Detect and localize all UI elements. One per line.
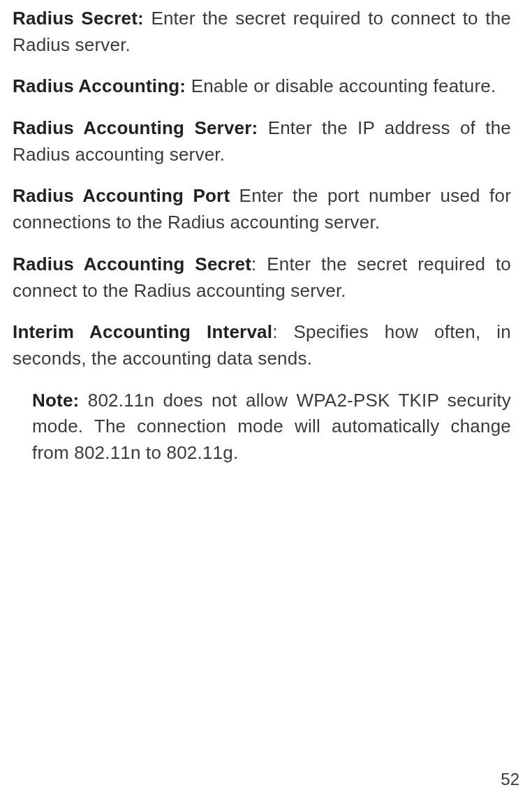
definition-entry: Interim Accounting Interval: Specifies h… bbox=[13, 319, 511, 372]
note-label: Note: bbox=[32, 390, 79, 411]
term-label: Radius Accounting Port bbox=[13, 185, 230, 206]
term-label: Radius Secret: bbox=[13, 8, 144, 29]
definition-entry: Radius Accounting Server: Enter the IP a… bbox=[13, 115, 511, 168]
page-number: 52 bbox=[501, 770, 519, 789]
term-label: Radius Accounting Secret bbox=[13, 254, 251, 274]
definition-entry: Radius Accounting: Enable or disable acc… bbox=[13, 73, 511, 100]
note-block: Note: 802.11n does not allow WPA2-PSK TK… bbox=[13, 388, 511, 467]
definition-entry: Radius Accounting Port Enter the port nu… bbox=[13, 183, 511, 235]
term-label: Radius Accounting Server: bbox=[13, 117, 258, 138]
definition-entry: Radius Secret: Enter the secret required… bbox=[13, 6, 511, 58]
term-description: Enable or disable accounting feature. bbox=[186, 75, 496, 96]
note-description: 802.11n does not allow WPA2-PSK TKIP sec… bbox=[32, 390, 511, 463]
term-label: Interim Accounting Interval bbox=[13, 321, 272, 342]
term-label: Radius Accounting: bbox=[13, 75, 186, 96]
definition-entry: Radius Accounting Secret: Enter the secr… bbox=[13, 251, 511, 304]
document-page: Radius Secret: Enter the secret required… bbox=[0, 0, 532, 467]
